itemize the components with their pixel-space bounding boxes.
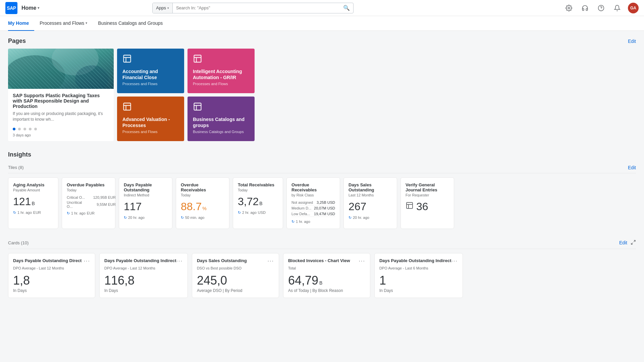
large-card-title: SAP Supports Plastic Packaging Taxes wit… xyxy=(13,93,109,109)
tile-days-sales-outstanding[interactable]: Days Sales Outstanding Last 12 Months 26… xyxy=(343,177,397,229)
card-dpo-indirect-top: Days Payable Outstanding Indirect ··· xyxy=(104,258,183,264)
tile-total-receivables[interactable]: Total Receivables Today 3,72B ↻ 2 hr. ag… xyxy=(233,177,283,229)
carousel-dot-5[interactable] xyxy=(34,128,37,130)
home-menu-label: Home xyxy=(21,5,36,11)
home-menu-button[interactable]: Home ▾ xyxy=(21,5,39,11)
carousel-dot-1[interactable] xyxy=(13,128,15,130)
bell-icon[interactable] xyxy=(612,3,623,13)
cards-expand-icon[interactable] xyxy=(631,240,636,246)
intelligent-card-icon xyxy=(193,54,202,66)
intelligent-card-title: Intelligent Accounting Automation - GR/I… xyxy=(193,68,249,80)
tile-days-payable-outstanding[interactable]: Days Payable Outstanding Indirect Method… xyxy=(119,177,172,229)
nav-business-catalogs[interactable]: Business Catalogs and Groups xyxy=(93,16,168,31)
tiles-header: Tiles (8) Edit xyxy=(8,162,636,173)
processes-dropdown-icon: ▾ xyxy=(86,21,87,25)
tile-verify-journal[interactable]: Verify General Journal Entries For Reque… xyxy=(400,177,454,229)
tile-dso-value: 267 xyxy=(348,200,392,213)
overdue-payables-bars: Critical O... 120,95B EUR Uncritical O..… xyxy=(67,195,110,208)
search-input[interactable] xyxy=(173,5,340,10)
tile-dso-title: Days Sales Outstanding xyxy=(348,182,392,192)
card-dso-top: Days Sales Outstanding ··· xyxy=(197,258,274,264)
search-app-selector[interactable]: Apps ▾ xyxy=(153,3,173,13)
card-dpo-6m-sub: DPO Average - Last 6 Months xyxy=(379,266,458,270)
advanced-card-icon xyxy=(122,102,132,114)
card-dpo-indirect[interactable]: Days Payable Outstanding Indirect ··· DP… xyxy=(99,253,188,298)
tile-risk-footer: ↻ 1 hr. ago xyxy=(291,220,335,224)
carousel-dot-3[interactable] xyxy=(23,128,26,130)
nav-my-home[interactable]: My Home xyxy=(8,16,34,31)
advanced-card-subtitle: Processes and Flows xyxy=(122,130,158,134)
tile-overdue-by-risk[interactable]: Overdue Receivables by Risk Class Not as… xyxy=(286,177,340,229)
large-card-description: If you are using or producing plastic pa… xyxy=(13,111,109,122)
tile-aging-title: Aging Analysis xyxy=(13,182,53,187)
svg-rect-8 xyxy=(194,55,201,62)
card-dpo-direct-top: Days Payable Outstanding Direct ··· xyxy=(13,258,90,264)
card-image-overlay xyxy=(8,49,114,89)
tile-overdue-payables[interactable]: Overdue Payables Today Critical O... 120… xyxy=(62,177,115,229)
pages-grid: SAP Supports Plastic Packaging Taxes wit… xyxy=(8,49,636,141)
card-dpo-6m-menu[interactable]: ··· xyxy=(451,258,458,264)
svg-point-0 xyxy=(568,7,570,9)
card-blocked-unit: As of Today | By Block Reason xyxy=(288,288,365,293)
tile-aging-analysis[interactable]: Aging Analysis Payable Amount 121B ↻ 1 h… xyxy=(8,177,58,229)
tile-dso-footer: ↻ 20 hr. ago xyxy=(348,216,392,220)
tiles-edit-button[interactable]: Edit xyxy=(628,165,636,170)
top-navigation: SAP Home ▾ Apps ▾ 🔍 GA xyxy=(0,0,644,16)
overdue-row-not-assigned: Not assigned 3,25B USD xyxy=(291,200,335,205)
card-dpo-direct-title: Days Payable Outstanding Direct xyxy=(13,258,82,263)
card-dpo-6m-value: 1 xyxy=(379,274,458,288)
settings-icon[interactable] xyxy=(564,3,574,13)
sub-navigation: My Home Processes and Flows ▾ Business C… xyxy=(0,16,644,31)
avatar[interactable]: GA xyxy=(628,3,639,13)
intelligent-card-subtitle: Processes and Flows xyxy=(193,82,228,86)
business-card-subtitle: Business Catalogs and Groups xyxy=(193,130,244,134)
cards-section-header: Cards (10) Edit xyxy=(8,237,636,249)
card-dpo-indirect-6m[interactable]: Days Payable Outstanding Indirect ··· DP… xyxy=(374,253,463,298)
tile-overdue-payables-title: Overdue Payables xyxy=(67,182,110,187)
card-blocked-invoices[interactable]: Blocked Invoices - Chart View ··· Total … xyxy=(283,253,370,298)
sap-logo[interactable]: SAP xyxy=(5,2,17,14)
search-icon[interactable]: 🔍 xyxy=(340,5,353,11)
tile-tr-footer: ↻ 2 hr. ago USD xyxy=(238,210,278,215)
main-content: Pages Edit xyxy=(0,31,644,305)
refresh-icon-4: ↻ xyxy=(181,216,184,220)
help-icon[interactable] xyxy=(596,3,606,13)
card-dpo-direct-unit: In Days xyxy=(13,288,90,293)
nav-processes-and-flows[interactable]: Processes and Flows ▾ xyxy=(34,16,93,31)
cards-edit-button[interactable]: Edit xyxy=(619,240,627,245)
card-dso-menu[interactable]: ··· xyxy=(268,258,274,264)
accounting-card-title: Accounting and Financial Close xyxy=(122,68,179,80)
tile-tr-title: Total Receivables xyxy=(238,182,278,187)
svg-rect-9 xyxy=(124,103,131,110)
card-blocked-menu[interactable]: ··· xyxy=(359,258,365,264)
svg-line-12 xyxy=(634,240,635,242)
accounting-financial-close-card[interactable]: Accounting and Financial Close Processes… xyxy=(117,49,184,93)
card-dpo-indirect-title: Days Payable Outstanding Indirect xyxy=(104,258,176,263)
card-dpo-direct[interactable]: Days Payable Outstanding Direct ··· DPO … xyxy=(8,253,95,298)
card-dpo-direct-menu[interactable]: ··· xyxy=(84,258,90,264)
business-catalogs-card[interactable]: Business Catalogs and groups Business Ca… xyxy=(187,97,255,141)
intelligent-accounting-card[interactable]: Intelligent Accounting Automation - GR/I… xyxy=(187,49,255,93)
tile-tr-value: 3,72B xyxy=(238,195,278,208)
card-dpo-indirect-menu[interactable]: ··· xyxy=(176,258,183,264)
svg-line-13 xyxy=(631,243,633,244)
headset-icon[interactable] xyxy=(580,3,590,13)
tile-overdue-receivables[interactable]: Overdue Receivables Today 88.7% ↻ 50 min… xyxy=(176,177,229,229)
card-dso[interactable]: Days Sales Outstanding ··· DSO vs Best p… xyxy=(192,253,279,298)
card-blocked-top: Blocked Invoices - Chart View ··· xyxy=(288,258,365,264)
card-dso-unit: Average DSO | By Period xyxy=(197,288,274,293)
tile-vgje-subtitle: For Requester xyxy=(406,193,449,197)
advanced-valuation-card[interactable]: Advanced Valuation - Processes Processes… xyxy=(117,97,184,141)
accounting-card-icon xyxy=(122,54,132,66)
search-app-chevron-icon: ▾ xyxy=(167,6,169,10)
large-page-card[interactable]: SAP Supports Plastic Packaging Taxes wit… xyxy=(8,49,114,141)
carousel-dot-2[interactable] xyxy=(18,128,21,130)
bar-row-critical: Critical O... 120,95B EUR xyxy=(67,195,110,199)
pages-edit-button[interactable]: Edit xyxy=(628,39,636,44)
business-card-icon xyxy=(193,102,202,114)
home-menu-chevron-icon: ▾ xyxy=(38,6,39,10)
tile-dpo-subtitle: Indirect Method xyxy=(124,193,167,197)
carousel-dot-4[interactable] xyxy=(29,128,32,130)
tile-aging-footer: ↻ 1 hr. ago EUR xyxy=(13,210,53,215)
tiles-grid: Aging Analysis Payable Amount 121B ↻ 1 h… xyxy=(8,177,636,229)
